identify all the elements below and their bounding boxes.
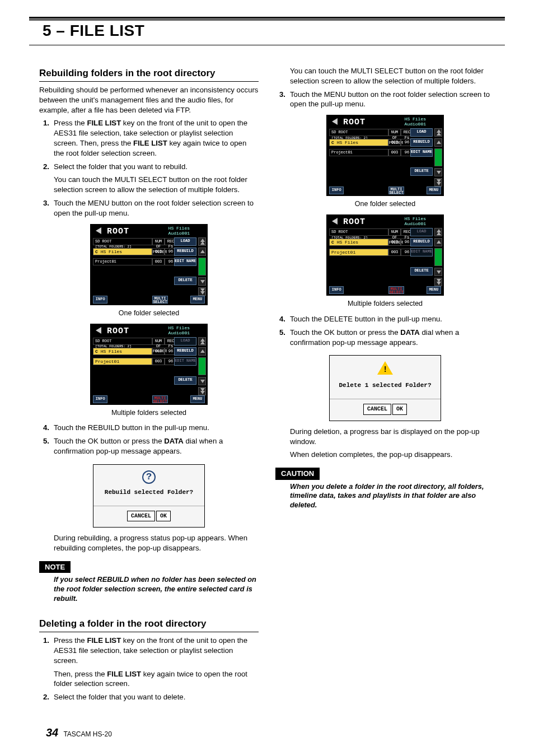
question-icon: ? [142,470,156,484]
delete-steps-a: 1. Press the FILE LIST key on the front … [39,636,259,702]
step-num: 1. [39,118,49,128]
chapter-title: 5 – FILE LIST [43,20,491,41]
menu-rebuild[interactable]: REBUILD [174,347,196,356]
menu-edit-name: EDIT NAME [410,248,433,256]
cancel-button[interactable]: CANCEL [127,511,155,522]
scroll-top-icon[interactable] [198,237,206,246]
menu-edit-name: EDIT NAME [174,357,196,366]
menu-button[interactable]: MENU [190,395,205,403]
section-rebuild-title: Rebuilding folders in the root directory [39,67,259,82]
info-button: INFO [93,395,107,403]
menu-load: LOAD [174,337,196,346]
cancel-button[interactable]: CANCEL [363,404,391,415]
scroll-top-icon[interactable] [434,128,442,137]
caption: One folder selected [275,199,495,209]
menu-button[interactable]: MENU [190,296,205,304]
step-num: 5. [275,328,285,338]
scroll-down-icon[interactable] [198,377,206,385]
caption: Multiple folders selected [39,408,259,418]
menu-load: LOAD [410,228,433,236]
ok-button[interactable]: OK [156,511,171,522]
section-delete-title: Deleting a folder in the root directory [39,618,259,632]
scroll-thumb[interactable] [434,148,442,166]
step-num: 3. [275,90,285,100]
menu-edit-name[interactable]: EDIT NAME [174,258,196,266]
info-button[interactable]: INFO [329,186,344,194]
step-num: 2. [39,692,49,702]
scroll-down-icon[interactable] [198,277,206,286]
screenshot-delete-multi-selected: ROOT HS FilesAudio001 SD ROOT[TOTAL FOLD… [326,214,444,296]
menu-load[interactable]: LOAD [174,237,196,246]
rebuild-after: During rebuilding, a progress status pop… [54,533,259,553]
multi-select-button[interactable]: MULTI SELECT [152,296,167,304]
multi-select-button[interactable]: MULTI SELECT [388,186,404,194]
chapter-header: 5 – FILE LIST [29,17,505,45]
rebuild-intro: Rebuilding should be performed whenever … [39,85,259,115]
scroll-bottom-icon[interactable] [198,387,206,395]
menu-delete[interactable]: DELETE [410,167,433,176]
scroll-bottom-icon[interactable] [434,278,442,286]
info-button: INFO [329,286,344,294]
multi-select-button[interactable]: MULTI SELECT [388,286,404,294]
menu-load[interactable]: LOAD [410,128,433,137]
scroll-down-icon[interactable] [434,268,442,276]
screenshot-root-one-selected: ROOT HS FilesAudio001 SD ROOT[TOTAL FOLD… [90,224,208,305]
main-content: Rebuilding folders in the root directory… [39,66,495,722]
step-num: 3. [39,198,49,208]
menu-delete[interactable]: DELETE [174,277,196,285]
scroll-top-icon[interactable] [434,228,442,236]
page-number: 34 [46,726,58,739]
multi-select-button[interactable]: MULTI SELECT [152,395,167,403]
scroll-down-icon[interactable] [434,168,442,176]
menu-rebuild[interactable]: REBUILD [410,238,433,246]
warning-icon [377,361,393,375]
scroll-thumb[interactable] [198,258,206,276]
rebuild-steps-b: 4. Touch the REBUILD button in the pull-… [39,423,259,456]
menu-edit-name[interactable]: EDIT NAME [410,148,433,157]
scroll-thumb[interactable] [198,357,206,375]
screenshot-delete-one-selected: ROOT HS FilesAudio001 SD ROOT[TOTAL FOLD… [326,115,444,196]
info-button[interactable]: INFO [93,296,107,304]
scroll-top-icon[interactable] [198,337,206,346]
menu-rebuild[interactable]: REBUILD [410,138,433,147]
menu-button[interactable]: MENU [427,286,441,294]
delete-steps-b: 4. Touch the DELETE button in the pull-u… [275,314,495,347]
note-body: If you select REBUILD when no folder has… [54,575,259,603]
scroll-up-icon[interactable] [198,248,206,256]
step-num: 4. [275,314,285,324]
scroll-up-icon[interactable] [198,347,206,356]
delete-after-1: During deletion, a progress bar is displ… [290,427,495,447]
dialog-delete-confirm: Delete 1 selected Folder? CANCELOK [329,355,441,421]
step-num: 5. [39,436,49,446]
step-num: 4. [39,423,49,433]
caption: Multiple folders selected [275,299,495,309]
scroll-up-icon[interactable] [434,238,442,246]
rebuild-steps-a: 1. Press the FILE LIST key on the front … [39,118,259,218]
menu-button[interactable]: MENU [427,186,441,194]
scroll-up-icon[interactable] [434,138,442,147]
scroll-bottom-icon[interactable] [198,287,206,296]
delete-step-3: 3. Touch the MENU button on the root fol… [275,90,495,110]
step-num: 2. [39,162,49,172]
menu-rebuild[interactable]: REBUILD [174,248,196,256]
menu-delete[interactable]: DELETE [174,376,196,385]
model-name: TASCAM HS-20 [63,730,111,738]
menu-delete[interactable]: DELETE [410,267,433,276]
delete-after-2: When deletion completes, the pop-up disa… [290,450,495,460]
caution-body: When you delete a folder in the root dir… [290,482,495,510]
scroll-thumb[interactable] [434,248,442,266]
caution-label: CAUTION [275,468,320,480]
caption: One folder selected [39,309,259,318]
ok-button[interactable]: OK [392,404,407,415]
step-num: 1. [39,636,49,646]
screenshot-root-multi-selected: ROOT HS FilesAudio001 SD ROOT[TOTAL FOLD… [90,324,208,405]
scroll-bottom-icon[interactable] [434,178,442,186]
note-label: NOTE [39,561,71,573]
dialog-rebuild-confirm: ? Rebuild selected Folder? CANCELOK [93,464,205,528]
page-footer: 34 TASCAM HS-20 [46,725,112,740]
delete-continuation: You can touch the MULTI SELECT button on… [290,66,495,86]
